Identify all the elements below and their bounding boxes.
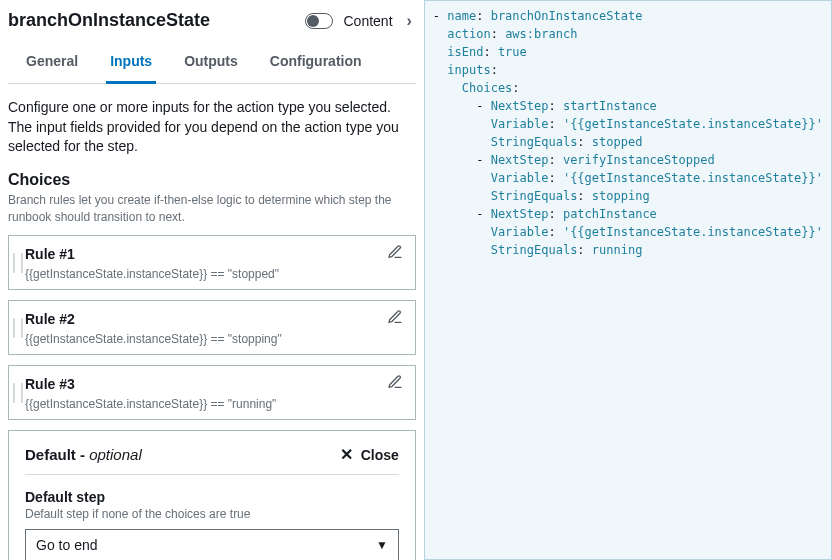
default-card-header: Default - optional ✕ Close xyxy=(25,445,399,475)
default-title-main: Default xyxy=(25,446,76,463)
inputs-description: Configure one or more inputs for the act… xyxy=(8,98,416,157)
panel-header: branchOnInstanceState Content › xyxy=(8,6,416,41)
tab-general[interactable]: General xyxy=(22,41,82,83)
rule-card[interactable]: Rule #3{{getInstanceState.instanceState}… xyxy=(8,365,416,420)
default-step-help: Default step if none of the choices are … xyxy=(25,507,399,521)
content-toggle-label: Content xyxy=(343,13,392,29)
default-step-select[interactable]: Go to end ▼ xyxy=(25,529,399,560)
tabs-bar: General Inputs Outputs Configuration xyxy=(8,41,416,84)
content-toggle[interactable] xyxy=(305,13,333,29)
header-actions: Content › xyxy=(305,12,415,30)
default-title: Default - optional xyxy=(25,446,142,463)
rule-expression: {{getInstanceState.instanceState}} == "r… xyxy=(25,397,403,411)
page-title: branchOnInstanceState xyxy=(8,10,210,31)
rule-title: Rule #1 xyxy=(25,246,75,262)
rule-title: Rule #2 xyxy=(25,311,75,327)
close-button[interactable]: ✕ Close xyxy=(340,445,399,464)
rule-card[interactable]: Rule #2{{getInstanceState.instanceState}… xyxy=(8,300,416,355)
default-step-card: Default - optional ✕ Close Default step … xyxy=(8,430,416,560)
choices-heading: Choices xyxy=(8,171,416,189)
edit-icon[interactable] xyxy=(387,309,403,328)
close-icon: ✕ xyxy=(340,445,353,464)
choices-help: Branch rules let you create if-then-else… xyxy=(8,192,416,226)
close-label: Close xyxy=(361,447,399,463)
edit-icon[interactable] xyxy=(387,244,403,263)
yaml-preview: - name: branchOnInstanceState action: aw… xyxy=(424,0,832,560)
rule-expression: {{getInstanceState.instanceState}} == "s… xyxy=(25,267,403,281)
inputs-section: Configure one or more inputs for the act… xyxy=(8,84,416,560)
tab-inputs[interactable]: Inputs xyxy=(106,41,156,84)
default-step-label: Default step xyxy=(25,489,399,505)
default-step-value: Go to end xyxy=(36,537,98,553)
tab-configuration[interactable]: Configuration xyxy=(266,41,366,83)
rule-title: Rule #3 xyxy=(25,376,75,392)
tab-outputs[interactable]: Outputs xyxy=(180,41,242,83)
edit-icon[interactable] xyxy=(387,374,403,393)
default-title-optional: optional xyxy=(89,446,142,463)
rule-card[interactable]: Rule #1{{getInstanceState.instanceState}… xyxy=(8,235,416,290)
form-panel: branchOnInstanceState Content › General … xyxy=(0,0,424,560)
caret-down-icon: ▼ xyxy=(376,538,388,552)
rule-expression: {{getInstanceState.instanceState}} == "s… xyxy=(25,332,403,346)
expand-chevron-icon[interactable]: › xyxy=(403,12,416,30)
